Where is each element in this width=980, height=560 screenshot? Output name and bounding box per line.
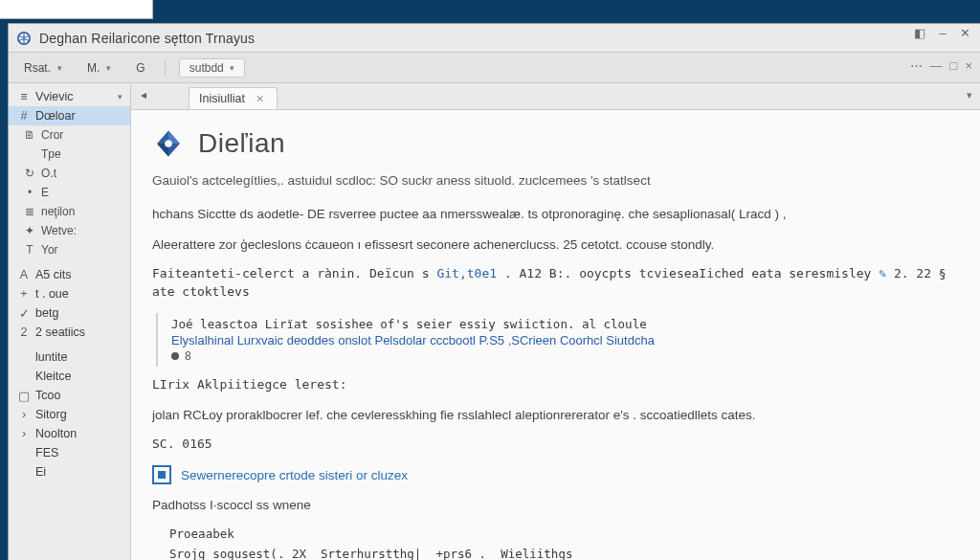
page-title: Dieľian — [198, 128, 285, 159]
toolbar-item-1[interactable]: M. — [81, 58, 117, 78]
none-icon — [18, 370, 30, 382]
sidebar-item-10[interactable]: ✓betg — [9, 303, 130, 323]
star-icon: ✦ — [24, 225, 35, 236]
none-icon — [18, 466, 30, 478]
distro-logo-icon — [152, 127, 185, 160]
bullet-link[interactable]: Elyslalhinal Lurxvaic deoddes onslot Pel… — [171, 333, 955, 347]
sidebar-item-5[interactable]: ≣neţilon — [9, 202, 130, 221]
toolbar-dropdown[interactable]: sutbdd ▾ — [179, 58, 245, 78]
hash-icon: # — [18, 110, 30, 122]
chev-icon: › — [18, 409, 30, 420]
sidebar-item-15[interactable]: ›Sitorg — [9, 405, 130, 424]
code-line-1: Proeaabek — [169, 526, 955, 541]
sidebar-item-17[interactable]: FES — [9, 443, 130, 462]
bullet-dot-icon — [171, 352, 179, 360]
bullet-sub-label: 8 — [185, 349, 191, 363]
sidebar-header[interactable]: ≡ Vvievic ▾ — [9, 87, 130, 106]
sidebar-item-label: Yor — [41, 243, 58, 257]
sidebar-item-4[interactable]: •E — [9, 183, 130, 202]
sc-label: SC. 0165 — [152, 436, 955, 454]
sidebar-item-label: neţilon — [41, 205, 75, 218]
sidebar-item-label: 2 seatiics — [35, 325, 85, 339]
callout-link[interactable]: Sewernerecopre crtode sisteri or cluzex — [181, 468, 408, 482]
paragraph-2: Aleerattere zor ģecleslons ċcaueon ı efi… — [152, 235, 955, 255]
window-close-button[interactable]: ✕ — [957, 26, 974, 40]
refresh-icon: ↻ — [24, 168, 35, 179]
sidebar-item-label: FES — [35, 446, 58, 459]
bullet-lead: Joé leasctoa Lirїat sosishee of's seier … — [171, 317, 955, 331]
sidebar-item-13[interactable]: Kleitce — [9, 367, 130, 386]
sidebar-item-label: Sitorg — [35, 408, 67, 421]
sidebar-item-8[interactable]: AA5 cits — [9, 265, 130, 284]
window-minimize-button[interactable]: – — [934, 26, 951, 40]
doc-icon: 🗎 — [24, 129, 35, 141]
hamburger-icon: ≡ — [18, 91, 30, 102]
none-icon — [24, 148, 35, 160]
callout-row: Sewernerecopre crtode sisteri or cluzex — [152, 465, 955, 484]
content-area: ◂ Inisiulliat ⨯ ▾ — [131, 83, 980, 560]
sidebar-item-label: luntite — [35, 350, 67, 364]
paragraph-1: hchans Sicctte ds aodetle- DE rsverree p… — [152, 205, 955, 224]
dot-icon: • — [24, 187, 35, 198]
bullet-sub: 8 — [171, 349, 955, 363]
toolbar-min-icon[interactable]: — — [930, 58, 943, 73]
tab-strip: ◂ Inisiulliat ⨯ ▾ — [131, 83, 980, 110]
app-icon — [16, 31, 32, 46]
chev-icon: › — [18, 428, 30, 439]
box-icon: ▢ — [18, 390, 30, 401]
A-icon: A — [18, 269, 30, 280]
toolbar-separator — [165, 59, 166, 77]
tab-back-button[interactable]: ◂ — [141, 88, 146, 101]
toolbar-overflow-button[interactable]: ⋯ — [910, 58, 923, 73]
indented-block: Joé leasctoa Lirїat sosishee of's seier … — [156, 313, 955, 367]
section-label: LIrix Aklpiitiegce lerest: — [152, 376, 955, 394]
paragraph-6: Padhotss I·scoccl ss wnene — [152, 496, 955, 515]
sidebar-item-12[interactable]: luntite — [9, 347, 130, 367]
toolbar-item-0[interactable]: Rsat. — [18, 58, 68, 78]
T-icon: T — [24, 244, 35, 256]
sidebar-item-3[interactable]: ↻O.t — [9, 164, 130, 183]
sidebar-item-label: Wetve: — [41, 224, 77, 237]
toolbar-dropdown-label: sutbdd — [189, 61, 224, 75]
sidebar: ≡ Vvievic ▾ #Dœloar🗎CrorTpe↻O.t•E≣neţilo… — [9, 83, 131, 560]
inline-link-git[interactable]: Git,t0e1 — [436, 266, 497, 280]
toolbar-item-2[interactable]: G — [130, 58, 150, 78]
chevron-down-icon: ▾ — [230, 63, 234, 73]
sidebar-item-label: A5 cits — [35, 268, 72, 281]
window-title: Deghan Reilaricone sętton Trnayus — [39, 31, 255, 46]
window-controls: ◧ – ✕ — [911, 26, 974, 40]
toolbar-close-icon[interactable]: × — [965, 58, 972, 73]
sidebar-item-7[interactable]: TYor — [9, 240, 130, 259]
sidebar-item-label: Cror — [41, 128, 63, 142]
callout-box-icon — [152, 465, 171, 484]
sidebar-item-14[interactable]: ▢Tcoo — [9, 386, 130, 405]
sidebar-item-label: Ei — [35, 465, 46, 479]
sidebar-header-label: Vvievic — [35, 90, 74, 103]
title-bar[interactable]: Deghan Reilaricone sętton Trnayus ◧ – ✕ — [9, 24, 980, 53]
plus-icon: + — [18, 288, 30, 300]
chevron-down-icon: ▾ — [118, 92, 122, 101]
app-window: Deghan Reilaricone sętton Trnayus ◧ – ✕ … — [8, 23, 980, 560]
toolbar-max-icon[interactable]: □ — [950, 58, 958, 73]
document-tab-active[interactable]: Inisiulliat ⨯ — [189, 87, 278, 109]
sidebar-item-1[interactable]: 🗎Cror — [9, 125, 130, 145]
document-tab-label: Inisiulliat — [199, 92, 245, 105]
sidebar-item-18[interactable]: Ei — [9, 462, 130, 482]
p3-icon: ✎ — [879, 266, 886, 280]
window-restore-button[interactable]: ◧ — [911, 26, 928, 40]
tab-overflow-button[interactable]: ▾ — [967, 89, 972, 101]
sidebar-item-2[interactable]: Tpe — [9, 145, 130, 164]
sidebar-item-11[interactable]: 22 seatiics — [9, 323, 130, 342]
article-heading: Dieľian — [152, 127, 955, 160]
article: Dieľian Gauiol's actcelegítlies,. astuid… — [131, 110, 980, 560]
paragraph-5: jolan RCŁoy proraklbocrer lef. che cevle… — [152, 406, 955, 425]
tab-close-button[interactable]: ⨯ — [253, 93, 267, 105]
sidebar-item-9[interactable]: +t . oue — [9, 284, 130, 303]
p3-mid: . A12 B:. ooycpts tcvieseaIiched eata se… — [504, 266, 879, 280]
sidebar-item-6[interactable]: ✦Wetve: — [9, 221, 130, 240]
sidebar-item-16[interactable]: ›Noolton — [9, 424, 130, 443]
sidebar-item-label: Dœloar — [35, 109, 76, 123]
sidebar-item-label: betg — [35, 306, 58, 320]
sidebar-item-0[interactable]: #Dœloar — [9, 106, 130, 125]
sidebar-item-label: Kleitce — [35, 370, 72, 383]
